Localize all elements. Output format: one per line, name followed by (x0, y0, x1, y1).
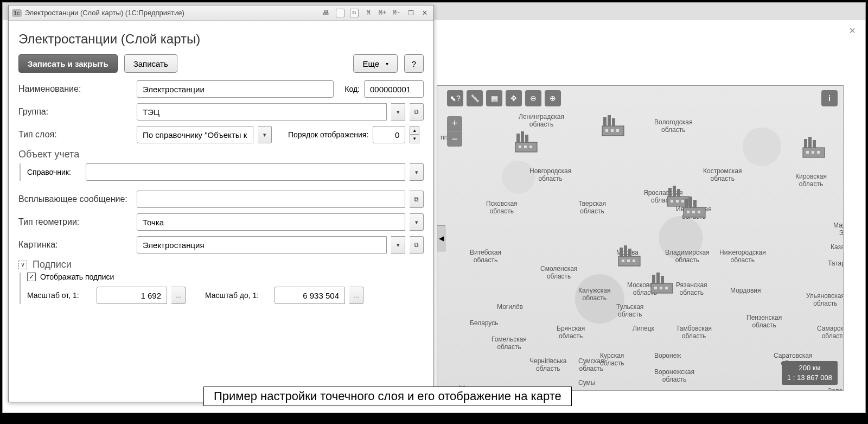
svg-rect-31 (693, 200, 697, 207)
svg-rect-23 (673, 186, 676, 197)
map-region-label: Тульская область (616, 303, 643, 318)
save-and-close-button[interactable]: Записать и закрыть (18, 54, 118, 73)
directory-dropdown-icon[interactable] (410, 163, 424, 181)
object-section-title: Объект учета (18, 149, 424, 160)
svg-rect-17 (813, 140, 816, 148)
svg-rect-43 (652, 275, 655, 283)
map-region-label: Костромская область (703, 167, 742, 182)
titlebar-calendar-icon[interactable]: 31 (349, 8, 360, 18)
map-zoom-controls: + − (447, 116, 462, 147)
picture-dropdown-icon[interactable] (391, 236, 405, 254)
layer-dialog: 1c Электростанции (Слой карты) (1С:Предп… (8, 5, 434, 402)
map-tool-pan-icon[interactable]: ✥ (506, 90, 522, 106)
group-open-icon[interactable] (410, 103, 424, 121)
map-zoom-out-button[interactable]: − (447, 131, 462, 147)
map-info-button[interactable]: i (821, 90, 838, 106)
titlebar-mem-mplus[interactable]: M+ (377, 8, 388, 18)
labels-section-title: Подписи (33, 259, 72, 270)
group-dropdown-icon[interactable] (391, 103, 405, 121)
svg-rect-22 (668, 188, 672, 197)
display-order-up-icon[interactable]: ▲ (410, 126, 419, 135)
map-region-label: Калужская область (578, 287, 611, 302)
svg-rect-41 (633, 260, 635, 262)
map-region-label: Брянская область (557, 325, 585, 340)
scale-to-label: Масштаб до, 1: (205, 291, 270, 300)
svg-rect-25 (671, 200, 673, 202)
scale-from-picker-icon[interactable] (171, 287, 186, 304)
layer-type-dropdown-icon[interactable] (258, 126, 272, 143)
save-button[interactable]: Записать (124, 54, 177, 73)
map-region-label: Чернігівська область (529, 357, 566, 372)
map-region-label: Могилёв (497, 303, 523, 311)
factory-icon[interactable] (801, 135, 827, 159)
labels-section-toggle-icon[interactable]: v (18, 261, 27, 269)
geometry-input[interactable] (142, 217, 400, 227)
titlebar-calc-icon[interactable] (335, 8, 346, 18)
titlebar-mem-mminus[interactable]: M- (391, 8, 402, 18)
map-tool-zoom-out-icon[interactable]: ⊖ (525, 90, 541, 106)
map-region-label: Сумская область (578, 357, 604, 372)
picture-open-icon[interactable] (410, 236, 424, 254)
name-input[interactable] (142, 84, 329, 94)
svg-rect-37 (624, 245, 627, 256)
layer-type-label: Тип слоя: (18, 130, 132, 140)
layer-type-input[interactable] (142, 130, 248, 140)
svg-rect-15 (804, 139, 807, 148)
popup-open-icon[interactable] (410, 191, 424, 208)
figure-caption: Пример настройки точечного слоя и его от… (203, 387, 572, 406)
scale-from-input[interactable] (101, 290, 162, 301)
map-pane[interactable]: Ленинградская областьВологодская область… (437, 85, 844, 391)
map-region-label: Витебская область (470, 249, 501, 264)
more-button[interactable]: Еще (353, 54, 398, 73)
map-scale-distance: 200 км (787, 363, 832, 373)
workspace-close-icon[interactable]: × (849, 24, 856, 37)
directory-input[interactable] (91, 167, 400, 178)
display-order-label: Порядок отображения: (288, 130, 368, 139)
svg-rect-24 (677, 189, 680, 197)
scale-to-picker-icon[interactable] (349, 287, 363, 304)
display-order-down-icon[interactable]: ▼ (410, 135, 419, 143)
factory-icon[interactable] (649, 270, 675, 294)
code-input[interactable] (369, 84, 419, 94)
titlebar-print-icon[interactable]: 🖶 (321, 8, 331, 18)
map-tool-area-icon[interactable]: ▦ (486, 90, 502, 106)
titlebar-close-icon[interactable]: × (419, 8, 430, 18)
map-zoom-in-button[interactable]: + (447, 116, 462, 131)
map-region-label: Тамбовская область (676, 325, 712, 340)
form-heading: Электростанции (Слой карты) (18, 31, 424, 47)
group-input[interactable] (142, 107, 382, 117)
factory-icon[interactable] (616, 243, 642, 267)
factory-icon[interactable] (681, 194, 707, 218)
map-tool-ruler-icon[interactable]: 📏 (467, 90, 483, 106)
svg-rect-6 (529, 145, 532, 148)
picture-input[interactable] (142, 240, 382, 250)
map-region-label: Тверская область (578, 200, 606, 215)
svg-rect-33 (692, 211, 695, 213)
map-panel-collapse-handle[interactable]: ◀ (437, 225, 445, 251)
map-region-label: Рязанская область (676, 281, 707, 296)
code-label: Код: (338, 85, 360, 93)
popup-input[interactable] (142, 194, 400, 205)
map-toolbar: ⬉? 📏 ▦ ✥ ⊖ ⊕ (447, 90, 561, 106)
show-labels-checkbox[interactable]: ✓ (27, 273, 36, 281)
titlebar-restore-icon[interactable]: ❐ (405, 8, 416, 18)
map-tool-zoom-in-icon[interactable]: ⊕ (545, 90, 561, 106)
geometry-label: Тип геометрии: (18, 217, 132, 227)
map-region-label: Самарская область (817, 325, 844, 340)
geometry-dropdown-icon[interactable] (410, 213, 424, 231)
app-logo-icon: 1c (12, 9, 22, 17)
titlebar-mem-m[interactable]: M (363, 8, 374, 18)
factory-icon[interactable] (513, 129, 539, 153)
svg-rect-8 (603, 117, 607, 126)
display-order-input[interactable] (378, 130, 400, 140)
help-button[interactable]: ? (404, 54, 424, 73)
map-region-label: Воронеж (654, 352, 681, 359)
scale-to-input[interactable] (279, 290, 340, 301)
map-tool-pointer-icon[interactable]: ⬉? (447, 90, 463, 106)
svg-rect-36 (620, 248, 623, 256)
svg-rect-26 (676, 200, 679, 202)
map-region-label: Сумы (578, 379, 595, 387)
factory-icon[interactable] (600, 113, 626, 137)
svg-rect-16 (808, 137, 812, 148)
svg-rect-47 (660, 287, 662, 289)
